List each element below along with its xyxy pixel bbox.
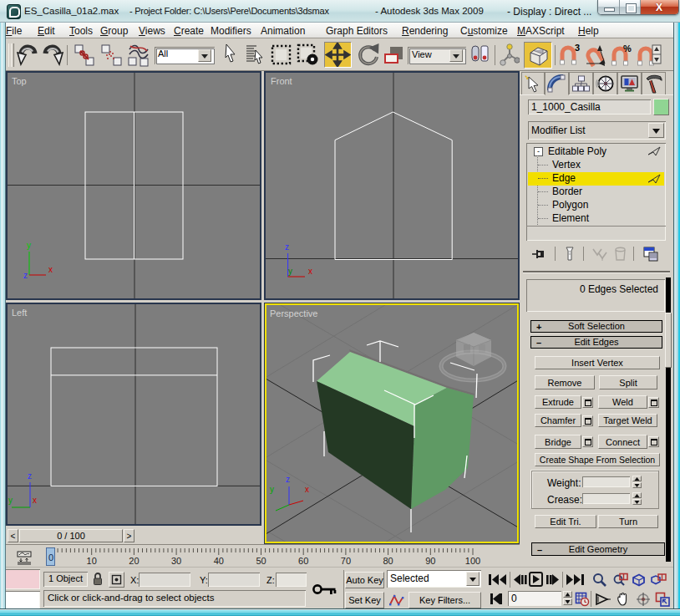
svg-text:Front: Front	[271, 76, 292, 86]
svg-text:z: z	[285, 242, 289, 252]
svg-text:z: z	[23, 271, 28, 280]
svg-text:y: y	[8, 496, 13, 505]
svg-text:70: 70	[341, 556, 351, 566]
svg-text:x: x	[305, 485, 309, 494]
svg-text:y: y	[27, 241, 31, 250]
svg-text:20: 20	[129, 556, 139, 566]
svg-text:3: 3	[575, 43, 580, 53]
svg-text:x: x	[33, 496, 37, 505]
svg-text:80: 80	[383, 556, 393, 566]
svg-text:y: y	[288, 267, 292, 276]
svg-text:x: x	[48, 265, 53, 274]
svg-text:90: 90	[425, 556, 435, 566]
svg-text:10: 10	[87, 556, 97, 566]
svg-text:y: y	[270, 485, 274, 494]
svg-text:z: z	[28, 471, 32, 481]
svg-text:100: 100	[465, 556, 480, 566]
svg-text:%: %	[623, 43, 632, 53]
svg-text:z: z	[286, 475, 290, 484]
svg-text:Perspective: Perspective	[270, 308, 317, 318]
svg-text:50: 50	[256, 556, 266, 566]
svg-text:30: 30	[171, 556, 181, 566]
svg-text:Left: Left	[12, 308, 27, 318]
svg-text:60: 60	[298, 556, 308, 566]
svg-text:40: 40	[214, 556, 224, 566]
svg-text:Top: Top	[12, 76, 27, 86]
svg-text:x: x	[308, 267, 312, 276]
